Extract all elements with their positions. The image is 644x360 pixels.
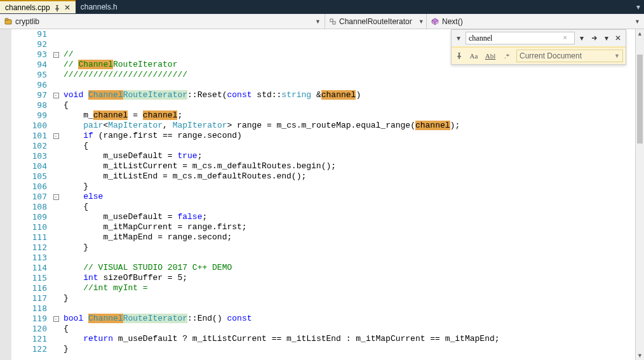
scroll-down-arrow[interactable]: ▼: [636, 351, 644, 360]
scroll-up-arrow[interactable]: ▲: [636, 29, 644, 38]
breakpoint-slot[interactable]: [0, 70, 11, 80]
breakpoint-margin[interactable]: [0, 29, 11, 360]
close-icon[interactable]: ✕: [64, 4, 70, 11]
code-line[interactable]: if (range.first == range.second): [64, 131, 635, 141]
breakpoint-slot[interactable]: [0, 110, 11, 121]
fold-toggle: [51, 324, 61, 334]
chevron-down-icon: ▼: [315, 18, 321, 25]
code-line[interactable]: {: [64, 324, 635, 334]
breakpoint-slot[interactable]: [0, 100, 11, 110]
code-line[interactable]: {: [64, 202, 635, 212]
close-find-button[interactable]: ✕: [613, 32, 623, 44]
breakpoint-slot[interactable]: [0, 161, 11, 171]
outlining-margin[interactable]: -----: [51, 29, 61, 360]
whole-word-toggle[interactable]: Abl: [483, 50, 497, 62]
clear-search-icon[interactable]: ×: [563, 34, 567, 41]
breakpoint-slot[interactable]: [0, 131, 11, 141]
scrollbar-thumb[interactable]: [637, 55, 643, 143]
code-line[interactable]: }: [64, 344, 635, 354]
breakpoint-slot[interactable]: [0, 232, 11, 243]
function-name: Next(): [442, 17, 463, 26]
code-line[interactable]: //int myInt =: [64, 283, 635, 293]
code-line[interactable]: else: [64, 192, 635, 202]
code-line[interactable]: }: [64, 293, 635, 303]
tab-channels-cpp[interactable]: channels.cpp ✕: [0, 0, 76, 13]
breakpoint-slot[interactable]: [0, 314, 11, 324]
breakpoint-slot[interactable]: [0, 29, 11, 39]
tab-channels-h[interactable]: channels.h: [76, 0, 123, 13]
breakpoint-slot[interactable]: [0, 283, 11, 293]
vertical-scrollbar[interactable]: ▲ ▼: [635, 29, 644, 360]
pin-search-icon[interactable]: [454, 53, 464, 59]
project-dropdown[interactable]: cryptlib ▼: [0, 14, 325, 29]
breakpoint-slot[interactable]: [0, 60, 11, 70]
code-line[interactable]: /////////////////////////: [64, 70, 635, 80]
code-viewport[interactable]: //// ChannelRouteIterator///////////////…: [61, 29, 635, 360]
line-number: 113: [11, 253, 47, 263]
search-scope-dropdown[interactable]: Current Document ▼: [516, 50, 623, 62]
code-line[interactable]: m_itListCurrent = m_cs.m_defaultRoutes.b…: [64, 161, 635, 171]
code-line[interactable]: int sizeOfBuffer = 5;: [64, 273, 635, 283]
breakpoint-slot[interactable]: [0, 263, 11, 273]
breakpoint-slot[interactable]: [0, 182, 11, 192]
regex-toggle[interactable]: .*: [500, 50, 514, 62]
code-line[interactable]: // VISUAL STUDIO 2017 C++ DEMO: [64, 263, 635, 273]
breakpoint-slot[interactable]: [0, 141, 11, 151]
function-dropdown[interactable]: Next() ▼: [427, 14, 644, 29]
fold-toggle[interactable]: -: [51, 50, 61, 60]
breakpoint-slot[interactable]: [0, 334, 11, 344]
code-line[interactable]: m_itListEnd = m_cs.m_defaultRoutes.end()…: [64, 171, 635, 182]
fold-toggle[interactable]: -: [51, 192, 61, 202]
line-number: 108: [11, 202, 47, 212]
breakpoint-slot[interactable]: [0, 243, 11, 253]
pin-icon[interactable]: [54, 4, 60, 11]
code-line[interactable]: return m_useDefault ? m_itListCurrent ==…: [64, 334, 635, 344]
code-line[interactable]: m_useDefault = true;: [64, 151, 635, 161]
breakpoint-slot[interactable]: [0, 273, 11, 283]
breakpoint-slot[interactable]: [0, 344, 11, 354]
find-next-button[interactable]: [589, 32, 600, 44]
code-line[interactable]: {: [64, 141, 635, 151]
code-line[interactable]: [64, 80, 635, 90]
code-line[interactable]: [64, 253, 635, 263]
fold-toggle[interactable]: -: [51, 90, 61, 100]
find-next-dropdown[interactable]: ▾: [603, 32, 610, 44]
code-text[interactable]: //// ChannelRouteIterator///////////////…: [61, 29, 635, 354]
code-line[interactable]: m_useDefault = false;: [64, 212, 635, 222]
code-line[interactable]: bool ChannelRouteIterator::End() const: [64, 314, 635, 324]
class-dropdown[interactable]: ChannelRouteIterator ▼: [325, 14, 427, 29]
code-line[interactable]: }: [64, 243, 635, 253]
code-line[interactable]: void ChannelRouteIterator::Reset(const s…: [64, 90, 635, 100]
code-line[interactable]: }: [64, 182, 635, 192]
code-line[interactable]: m_itMapCurrent = range.first;: [64, 222, 635, 232]
search-history-dropdown[interactable]: ▾: [577, 32, 586, 44]
breakpoint-slot[interactable]: [0, 151, 11, 161]
line-number: 93: [11, 50, 47, 60]
breakpoint-slot[interactable]: [0, 222, 11, 232]
search-input[interactable]: [466, 32, 575, 44]
breakpoint-slot[interactable]: [0, 171, 11, 182]
tab-overflow-button[interactable]: ▾: [633, 0, 644, 13]
breakpoint-slot[interactable]: [0, 80, 11, 90]
breakpoint-slot[interactable]: [0, 192, 11, 202]
breakpoint-slot[interactable]: [0, 39, 11, 50]
breakpoint-slot[interactable]: [0, 303, 11, 314]
fold-toggle[interactable]: -: [51, 131, 61, 141]
code-line[interactable]: pair<MapIterator, MapIterator> range = m…: [64, 121, 635, 131]
breakpoint-slot[interactable]: [0, 293, 11, 303]
code-line[interactable]: m_channel = channel;: [64, 110, 635, 121]
code-line[interactable]: m_itMapEnd = range.second;: [64, 232, 635, 243]
code-line[interactable]: [64, 303, 635, 314]
fold-toggle[interactable]: -: [51, 314, 61, 324]
match-case-toggle[interactable]: Aa: [467, 50, 481, 62]
code-line[interactable]: {: [64, 100, 635, 110]
breakpoint-slot[interactable]: [0, 90, 11, 100]
breakpoint-slot[interactable]: [0, 202, 11, 212]
svg-rect-2: [330, 19, 333, 22]
breakpoint-slot[interactable]: [0, 253, 11, 263]
breakpoint-slot[interactable]: [0, 324, 11, 334]
expand-replace-toggle[interactable]: ▾: [454, 32, 463, 44]
breakpoint-slot[interactable]: [0, 50, 11, 60]
breakpoint-slot[interactable]: [0, 212, 11, 222]
breakpoint-slot[interactable]: [0, 121, 11, 131]
